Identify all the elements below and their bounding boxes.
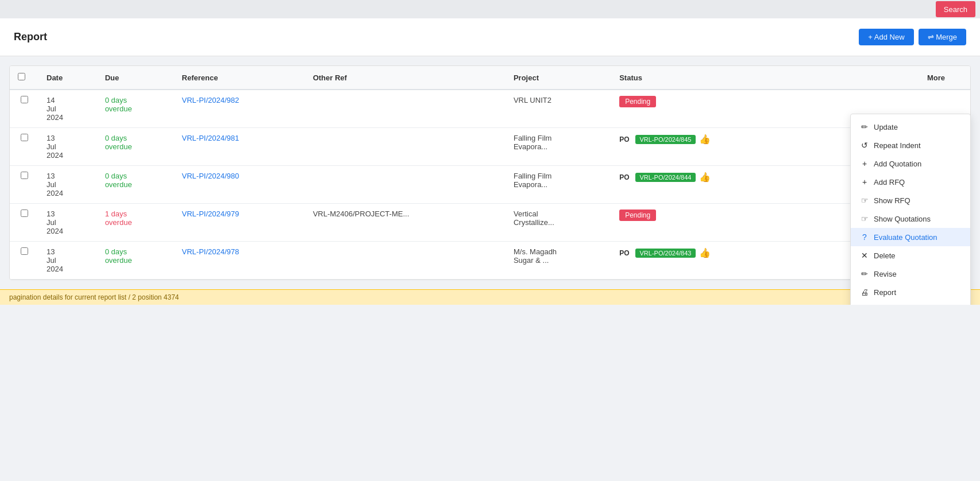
col-project: Project — [506, 66, 611, 90]
row-checkbox-cell — [10, 128, 38, 166]
context-menu-item[interactable]: ✏Revise — [851, 265, 970, 283]
menu-item-icon: + — [860, 177, 869, 187]
due-label: overdue — [105, 104, 132, 113]
row-reference[interactable]: VRL-PI/2024/980 — [174, 166, 305, 204]
row-date: 14 Jul 2024 — [38, 90, 97, 128]
table-row: 13 Jul 20240 days overdueVRL-PI/2024/978… — [10, 242, 970, 280]
col-checkbox — [10, 66, 38, 90]
context-menu-item[interactable]: +Add Quotation — [851, 154, 970, 173]
menu-item-label: Add Quotation — [874, 160, 921, 168]
menu-item-label: Evaluate Quotation — [874, 233, 937, 242]
header-actions: + Add New ⇌ Merge — [859, 29, 966, 45]
table-row: 14 Jul 20240 days overdueVRL-PI/2024/982… — [10, 90, 970, 128]
top-bar: Search — [0, 0, 980, 18]
reference-link[interactable]: VRL-PI/2024/979 — [182, 210, 240, 218]
row-project: Falling Film Evapora... — [506, 166, 611, 204]
row-date: 13 Jul 2024 — [38, 128, 97, 166]
menu-item-icon: + — [860, 159, 869, 168]
due-days: 0 days — [105, 134, 127, 142]
context-menu-item[interactable]: 🖨Report — [851, 283, 970, 301]
row-date: 13 Jul 2024 — [38, 204, 97, 242]
row-checkbox-cell — [10, 90, 38, 128]
row-other-ref — [305, 242, 506, 280]
table-container: Date Due Reference Other Ref Project Sta… — [9, 65, 971, 280]
context-menu-item[interactable]: +Add RFQ — [851, 173, 970, 191]
row-project: Falling Film Evapora... — [506, 128, 611, 166]
merge-button[interactable]: ⇌ Merge — [919, 29, 966, 45]
row-due: 0 days overdue — [97, 128, 174, 166]
po-ref-badge[interactable]: VRL-PO/2024/843 — [635, 249, 696, 258]
table-row: 13 Jul 20240 days overdueVRL-PI/2024/981… — [10, 128, 970, 166]
add-new-button[interactable]: + Add New — [859, 29, 913, 45]
menu-item-label: Report — [874, 288, 896, 297]
page-header: Report + Add New ⇌ Merge — [0, 18, 980, 56]
col-due: Due — [97, 66, 174, 90]
col-other-ref: Other Ref — [305, 66, 506, 90]
row-other-ref: VRL-M2406/PROJECT-ME... — [305, 204, 506, 242]
col-date: Date — [38, 66, 97, 90]
row-due: 1 days overdue — [97, 204, 174, 242]
col-reference: Reference — [174, 66, 305, 90]
row-project: M/s. Magadh Sugar & ... — [506, 242, 611, 280]
menu-item-icon: ✕ — [860, 251, 869, 260]
search-button[interactable]: Search — [936, 1, 975, 17]
row-reference[interactable]: VRL-PI/2024/982 — [174, 90, 305, 128]
row-checkbox[interactable] — [21, 134, 28, 141]
due-days: 0 days — [105, 96, 127, 104]
row-other-ref — [305, 90, 506, 128]
po-ref-badge[interactable]: VRL-PO/2024/844 — [635, 173, 696, 182]
due-days: 0 days — [105, 172, 127, 180]
menu-item-icon: ✏ — [860, 122, 869, 131]
col-more: More — [919, 66, 953, 90]
select-all-checkbox[interactable] — [18, 73, 25, 80]
reference-link[interactable]: VRL-PI/2024/980 — [182, 172, 240, 180]
row-project: VRL UNIT2 — [506, 90, 611, 128]
thumb-up-icon[interactable]: 👍 — [699, 134, 711, 145]
row-due: 0 days overdue — [97, 242, 174, 280]
context-menu-item[interactable]: ✏Update — [851, 118, 970, 136]
menu-item-icon: ↺ — [860, 141, 869, 150]
menu-item-label: Show RFQ — [874, 196, 910, 205]
page-title: Report — [14, 31, 47, 43]
context-menu-item[interactable]: ↺Repeat Indent — [851, 136, 970, 154]
row-reference[interactable]: VRL-PI/2024/981 — [174, 128, 305, 166]
status-badge: Pending — [619, 96, 656, 107]
reference-link[interactable]: VRL-PI/2024/978 — [182, 247, 240, 256]
row-checkbox-cell — [10, 242, 38, 280]
thumb-up-icon[interactable]: 👍 — [699, 247, 711, 258]
thumb-up-icon[interactable]: 👍 — [699, 172, 711, 183]
row-other-ref — [305, 128, 506, 166]
report-table: Date Due Reference Other Ref Project Sta… — [10, 66, 970, 280]
row-reference[interactable]: VRL-PI/2024/979 — [174, 204, 305, 242]
status-badge: Pending — [619, 210, 656, 221]
menu-item-label: Delete — [874, 251, 896, 260]
row-reference[interactable]: VRL-PI/2024/978 — [174, 242, 305, 280]
menu-item-label: Add RFQ — [874, 178, 905, 187]
row-checkbox[interactable] — [21, 247, 28, 255]
due-label: overdue — [105, 256, 132, 265]
table-row: 13 Jul 20240 days overdueVRL-PI/2024/980… — [10, 166, 970, 204]
row-checkbox[interactable] — [21, 172, 28, 179]
row-status: Pending — [611, 90, 919, 113]
menu-item-icon: ☞ — [860, 214, 869, 223]
row-other-ref — [305, 166, 506, 204]
row-checkbox-cell — [10, 166, 38, 204]
row-checkbox[interactable] — [21, 210, 28, 217]
due-label: overdue — [105, 142, 132, 151]
menu-item-icon: 🖨 — [860, 288, 869, 297]
context-menu-item[interactable]: 🖨Excel Report — [851, 301, 970, 305]
reference-link[interactable]: VRL-PI/2024/982 — [182, 96, 240, 104]
main-content: Date Due Reference Other Ref Project Sta… — [0, 56, 980, 289]
reference-link[interactable]: VRL-PI/2024/981 — [182, 134, 240, 142]
context-menu-item[interactable]: ✕Delete — [851, 246, 970, 265]
context-menu-item[interactable]: ?Evaluate Quotation — [851, 228, 970, 246]
context-menu-item[interactable]: ☞Show RFQ — [851, 191, 970, 210]
po-ref-badge[interactable]: VRL-PO/2024/845 — [635, 135, 696, 144]
row-due: 0 days overdue — [97, 166, 174, 204]
po-label: PO — [619, 135, 629, 143]
col-status: Status — [611, 66, 919, 90]
context-menu-item[interactable]: ☞Show Quotations — [851, 210, 970, 228]
row-project: Vertical Crystallize... — [506, 204, 611, 242]
menu-item-icon: ✏ — [860, 269, 869, 278]
row-checkbox[interactable] — [21, 96, 28, 103]
